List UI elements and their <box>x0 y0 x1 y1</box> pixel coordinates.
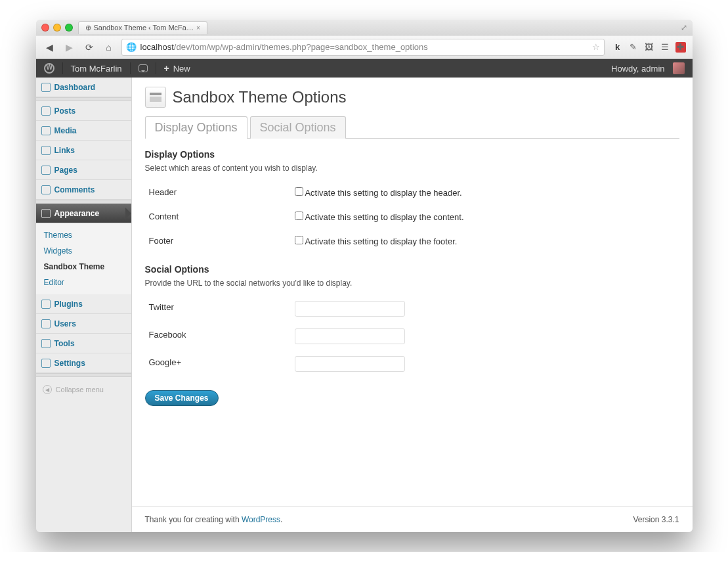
sidebar-item-users[interactable]: Users <box>36 314 131 334</box>
tab-social-options[interactable]: Social Options <box>250 116 346 139</box>
new-content-menu[interactable]: +New <box>156 59 198 78</box>
account-menu[interactable]: Howdy, admin <box>603 62 692 74</box>
wp-body: Dashboard Posts Media Links Pages Commen… <box>36 78 693 532</box>
collapse-icon: ◀ <box>43 385 52 394</box>
appearance-submenu: Themes Widgets Sandbox Theme Editor <box>36 223 131 294</box>
sidebar-item-label: Comments <box>54 185 95 194</box>
setting-checkbox-label[interactable]: Activate this setting to display the hea… <box>295 188 462 198</box>
setting-label: Google+ <box>146 351 291 377</box>
setting-text: Activate this setting to display the hea… <box>305 188 461 198</box>
browser-toolbar: ◀ ▶ ⟳ ⌂ 🌐 localhost/dev/tom/wp/wp-admin/… <box>36 35 693 59</box>
tab-display-options[interactable]: Display Options <box>145 116 247 139</box>
back-button[interactable]: ◀ <box>43 40 57 55</box>
footer-checkbox[interactable] <box>295 236 303 244</box>
sidebar-item-comments[interactable]: Comments <box>36 180 131 200</box>
sidebar-item-label: Appearance <box>54 209 100 218</box>
sidebar-item-posts[interactable]: Posts <box>36 101 131 121</box>
setting-label: Facebook <box>146 323 291 349</box>
close-window-icon[interactable] <box>41 24 49 32</box>
plus-icon: + <box>164 63 169 74</box>
wordpress-logo-icon <box>44 63 54 74</box>
setting-row-google-plus: Google+ <box>146 351 678 377</box>
sidebar-item-plugins[interactable]: Plugins <box>36 294 131 314</box>
sidebar-item-appearance[interactable]: Appearance <box>36 204 131 223</box>
forward-button[interactable]: ▶ <box>62 40 77 55</box>
thanks-prefix: Thank you for creating with <box>145 515 242 524</box>
setting-row-content: Content Activate this setting to display… <box>146 205 678 228</box>
globe-icon: 🌐 <box>126 42 137 52</box>
facebook-input[interactable] <box>295 328 405 344</box>
zoom-window-icon[interactable] <box>65 24 73 32</box>
display-options-desc: Select which areas of content you wish t… <box>145 164 679 173</box>
google-plus-input[interactable] <box>295 356 405 372</box>
submenu-widgets[interactable]: Widgets <box>36 243 131 259</box>
collapse-menu[interactable]: ◀Collapse menu <box>36 381 131 398</box>
header-checkbox[interactable] <box>295 187 303 196</box>
twitter-input[interactable] <box>295 301 405 317</box>
setting-checkbox-label[interactable]: Activate this setting to display the con… <box>295 212 464 222</box>
sidebar-item-pages[interactable]: Pages <box>36 160 131 180</box>
plugins-icon <box>41 300 51 309</box>
site-name-menu[interactable]: Tom McFarlin <box>63 59 130 78</box>
page-icon <box>41 166 51 175</box>
sidebar-item-settings[interactable]: Settings <box>36 353 131 373</box>
sidebar-item-label: Users <box>54 319 76 328</box>
sidebar-item-dashboard[interactable]: Dashboard <box>36 78 131 97</box>
comments-icon <box>41 185 51 194</box>
howdy-text: Howdy, admin <box>611 64 664 74</box>
extension-icons: k ✎ 🖼 ☰ ✚ <box>610 42 686 53</box>
sidebar-item-label: Plugins <box>54 300 83 309</box>
reload-button[interactable]: ⟳ <box>82 40 96 55</box>
nav-tabs: Display Options Social Options <box>145 116 679 139</box>
wp-admin-bar: Tom McFarlin +New Howdy, admin <box>36 59 693 78</box>
page-title-row: Sandbox Theme Options <box>145 87 679 108</box>
settings-icon <box>41 359 51 368</box>
mac-titlebar: ⊕ Sandbox Theme ‹ Tom McFa… × ⤢ <box>36 20 693 35</box>
content-checkbox[interactable] <box>295 212 303 220</box>
sidebar-item-label: Settings <box>54 359 85 368</box>
address-bar[interactable]: 🌐 localhost/dev/tom/wp/wp-admin/themes.p… <box>121 39 605 56</box>
setting-label: Content <box>146 205 291 228</box>
setting-row-footer: Footer Activate this setting to display … <box>146 229 678 252</box>
pin-icon <box>41 106 51 116</box>
submenu-themes[interactable]: Themes <box>36 227 131 243</box>
setting-row-facebook: Facebook <box>146 323 678 349</box>
url-host: localhost <box>140 42 174 52</box>
close-tab-icon[interactable]: × <box>196 24 200 32</box>
admin-footer: Thank you for creating with WordPress. V… <box>132 506 693 532</box>
avatar <box>673 62 685 74</box>
sidebar-item-tools[interactable]: Tools <box>36 334 131 353</box>
wp-logo-menu[interactable] <box>36 59 62 78</box>
setting-row-twitter: Twitter <box>146 296 678 322</box>
home-button[interactable]: ⌂ <box>102 40 116 55</box>
tab-title: Sandbox Theme ‹ Tom McFa… <box>94 24 194 32</box>
sidebar-item-media[interactable]: Media <box>36 121 131 141</box>
minimize-window-icon[interactable] <box>53 24 61 32</box>
bookmark-star-icon[interactable]: ☆ <box>592 42 600 52</box>
submenu-sandbox-theme[interactable]: Sandbox Theme <box>36 259 131 275</box>
submenu-editor[interactable]: Editor <box>36 275 131 290</box>
browser-window: ⊕ Sandbox Theme ‹ Tom McFa… × ⤢ ◀ ▶ ⟳ ⌂ … <box>36 20 693 532</box>
tools-icon <box>41 339 51 348</box>
fullscreen-icon[interactable]: ⤢ <box>681 23 687 32</box>
footer-thanks: Thank you for creating with WordPress. <box>145 515 283 524</box>
extension-stack-icon[interactable]: ☰ <box>660 42 670 53</box>
browser-tab[interactable]: ⊕ Sandbox Theme ‹ Tom McFa… × <box>78 21 207 34</box>
extension-shield-icon[interactable]: ✚ <box>675 42 686 53</box>
page-title: Sandbox Theme Options <box>173 88 347 106</box>
comments-menu[interactable] <box>131 59 156 78</box>
setting-checkbox-label[interactable]: Activate this setting to display the foo… <box>295 236 458 246</box>
sidebar-item-label: Posts <box>54 106 76 116</box>
extension-picker-icon[interactable]: ✎ <box>628 42 639 53</box>
media-icon <box>41 126 51 135</box>
appearance-icon <box>41 209 51 218</box>
extension-image-icon[interactable]: 🖼 <box>644 42 654 53</box>
extension-k-icon[interactable]: k <box>612 42 623 53</box>
display-options-heading: Display Options <box>145 149 679 160</box>
save-changes-button[interactable]: Save Changes <box>145 390 219 406</box>
sidebar-item-label: Pages <box>54 166 77 175</box>
setting-row-header: Header Activate this setting to display … <box>146 181 678 204</box>
sidebar-item-label: Links <box>54 146 75 155</box>
wordpress-link[interactable]: WordPress <box>242 515 280 524</box>
sidebar-item-links[interactable]: Links <box>36 141 131 160</box>
